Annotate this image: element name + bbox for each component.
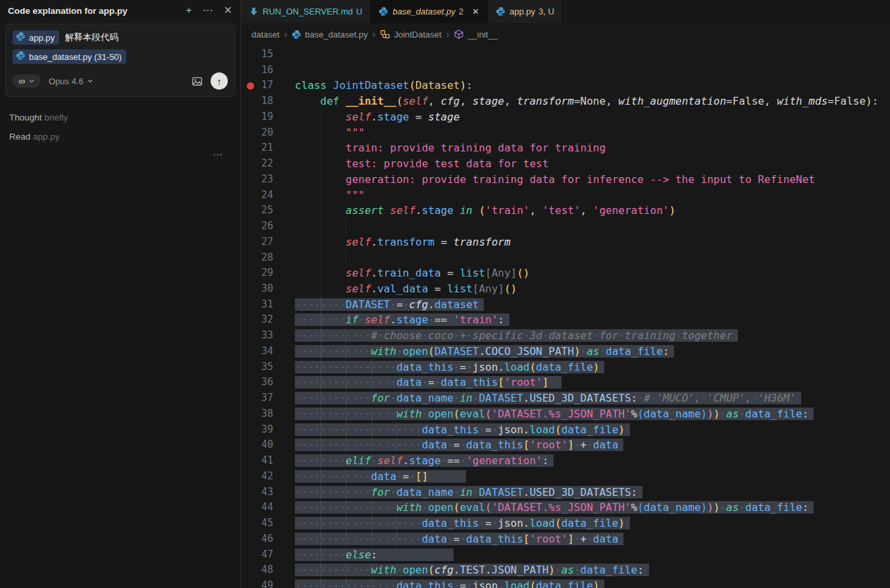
code-line-19[interactable]: 19 self.stage = stage xyxy=(241,109,890,125)
code-line-34[interactable]: 34············with·open(DATASET.COCO_JSO… xyxy=(241,344,890,360)
code-line-content[interactable]: ········if·self.stage·==·'train': xyxy=(295,312,510,328)
code-line-content[interactable]: """ xyxy=(295,125,365,141)
gutter[interactable]: 44 xyxy=(241,500,295,516)
code-line-content[interactable]: generation: provide training data for in… xyxy=(295,172,815,188)
gutter[interactable]: 29 xyxy=(241,265,295,281)
tab-app.py[interactable]: app.py3, U xyxy=(488,0,563,23)
code-editor[interactable]: 151617class JointDataset(Dataset):18 def… xyxy=(241,45,890,588)
code-line-46[interactable]: 46····················data·=·data_this['… xyxy=(241,531,890,547)
code-line-content[interactable]: ················data·=·data_this['root'] xyxy=(295,375,562,390)
gutter[interactable]: 40 xyxy=(241,437,295,453)
code-line-21[interactable]: 21 train: provide training data for trai… xyxy=(241,140,890,156)
code-line-content[interactable]: ················with·open(eval('DATASET.… xyxy=(295,500,814,516)
line-number[interactable]: 28 xyxy=(261,250,273,266)
line-number[interactable]: 44 xyxy=(261,500,273,516)
breakpoint-icon[interactable] xyxy=(247,82,254,90)
line-number[interactable]: 32 xyxy=(261,312,273,328)
code-line-47[interactable]: 47········else: xyxy=(241,547,890,563)
line-number[interactable]: 19 xyxy=(261,109,273,125)
line-number[interactable]: 20 xyxy=(261,125,273,141)
tab-RUN_ON_SERVER.md[interactable]: RUN_ON_SERVER.mdU xyxy=(241,0,371,23)
code-line-36[interactable]: 36················data·=·data_this['root… xyxy=(241,375,890,390)
line-number[interactable]: 38 xyxy=(261,406,273,422)
line-number[interactable]: 40 xyxy=(261,437,273,453)
code-line-29[interactable]: 29 self.train_data = list[Any]() xyxy=(241,265,890,281)
breadcrumb-item-JointDataset[interactable]: JointDataset xyxy=(380,29,441,40)
line-number[interactable]: 15 xyxy=(261,47,273,63)
code-line-30[interactable]: 30 self.val_data = list[Any]() xyxy=(241,281,890,297)
tab-close-icon[interactable]: ✕ xyxy=(472,7,479,16)
line-number[interactable]: 16 xyxy=(261,63,273,78)
code-line-content[interactable]: ····················data·=·data_this['ro… xyxy=(295,531,623,547)
line-number[interactable]: 36 xyxy=(261,375,273,390)
code-line-24[interactable]: 24 """ xyxy=(241,188,890,203)
code-line-41[interactable]: 41········elif·self.stage·==·'generation… xyxy=(241,453,890,469)
gutter[interactable]: 30 xyxy=(241,281,295,297)
line-number[interactable]: 25 xyxy=(261,203,273,219)
code-line-content[interactable]: ········DATASET·=·cfg.dataset xyxy=(295,297,484,313)
code-line-content[interactable]: class JointDataset(Dataset): xyxy=(295,78,473,94)
code-line-content[interactable]: self.transform = transform xyxy=(295,234,511,250)
code-line-20[interactable]: 20 """ xyxy=(241,125,890,141)
code-line-40[interactable]: 40····················data·=·data_this['… xyxy=(241,437,890,453)
code-line-18[interactable]: 18 def __init__(self, cfg, stage, transf… xyxy=(241,94,890,109)
code-line-content[interactable]: train: provide training data for trainin… xyxy=(295,140,606,156)
gutter[interactable]: 21 xyxy=(241,140,295,156)
code-line-37[interactable]: 37············for·data_name·in·DATASET.U… xyxy=(241,390,890,406)
code-line-content[interactable]: test: provide test data for test xyxy=(295,156,548,172)
code-line-22[interactable]: 22 test: provide test data for test xyxy=(241,156,890,172)
code-line-content[interactable]: def __init__(self, cfg, stage, transform… xyxy=(295,94,878,109)
code-line-content[interactable]: ····················data_this·=·json.loa… xyxy=(295,422,630,438)
code-line-content[interactable]: ········else: xyxy=(295,547,454,563)
breadcrumb-item-__init__[interactable]: __init__ xyxy=(454,29,498,40)
line-number[interactable]: 33 xyxy=(261,328,273,344)
code-line-content[interactable]: """ xyxy=(295,188,365,203)
code-line-content[interactable]: ············for·data_name·in·DATASET.USE… xyxy=(295,390,801,406)
code-line-44[interactable]: 44················with·open(eval('DATASE… xyxy=(241,500,890,516)
code-line-content[interactable]: ················data_this·=·json.load(da… xyxy=(295,578,604,588)
line-number[interactable]: 31 xyxy=(261,297,273,313)
line-number[interactable]: 22 xyxy=(261,156,273,172)
step-read[interactable]: Read app.py xyxy=(9,132,231,142)
mode-selector[interactable]: ∞ xyxy=(13,74,41,88)
close-panel-button[interactable]: ✕ xyxy=(224,5,232,16)
line-number[interactable]: 49 xyxy=(261,578,273,588)
gutter[interactable]: 41 xyxy=(241,453,295,469)
line-number[interactable]: 43 xyxy=(261,485,273,500)
line-number[interactable]: 18 xyxy=(261,94,273,109)
gutter[interactable]: 35 xyxy=(241,360,295,375)
code-line-39[interactable]: 39····················data_this·=·json.l… xyxy=(241,422,890,438)
code-line-43[interactable]: 43············for·data_name·in·DATASET.U… xyxy=(241,485,890,500)
line-number[interactable]: 26 xyxy=(261,219,273,234)
tab-base_dataset.py[interactable]: base_dataset.py2✕ xyxy=(371,0,488,23)
line-number[interactable]: 23 xyxy=(261,172,273,188)
line-number[interactable]: 17 xyxy=(261,78,273,94)
gutter[interactable]: 31 xyxy=(241,297,295,313)
code-line-content[interactable]: self.stage = stage xyxy=(295,109,459,125)
code-line-45[interactable]: 45····················data_this·=·json.l… xyxy=(241,516,890,531)
line-number[interactable]: 37 xyxy=(261,390,273,406)
code-line-31[interactable]: 31········DATASET·=·cfg.dataset xyxy=(241,297,890,313)
more-actions-button[interactable]: ⋯ xyxy=(203,5,213,16)
code-line-content[interactable]: ············with·open(cfg.TEST.JSON_PATH… xyxy=(295,562,649,578)
line-number[interactable]: 48 xyxy=(261,562,273,578)
step-thought[interactable]: Thought briefly xyxy=(9,113,231,122)
gutter[interactable]: 18 xyxy=(241,94,295,109)
line-number[interactable]: 46 xyxy=(261,531,273,547)
gutter[interactable]: 19 xyxy=(241,109,295,125)
gutter[interactable]: 23 xyxy=(241,172,295,188)
gutter[interactable]: 39 xyxy=(241,422,295,438)
code-line-16[interactable]: 16 xyxy=(241,63,890,78)
context-chip-app-py[interactable]: app.py xyxy=(13,30,59,45)
code-line-28[interactable]: 28 xyxy=(241,250,890,266)
gutter[interactable]: 15 xyxy=(241,47,295,63)
gutter[interactable]: 32 xyxy=(241,312,295,328)
code-line-32[interactable]: 32········if·self.stage·==·'train': xyxy=(241,312,890,328)
line-number[interactable]: 27 xyxy=(261,234,273,250)
gutter[interactable]: 28 xyxy=(241,250,295,266)
gutter[interactable]: 42 xyxy=(241,469,295,485)
line-number[interactable]: 41 xyxy=(261,453,273,469)
gutter[interactable]: 48 xyxy=(241,562,295,578)
gutter[interactable]: 20 xyxy=(241,125,295,141)
code-line-26[interactable]: 26 xyxy=(241,219,890,234)
